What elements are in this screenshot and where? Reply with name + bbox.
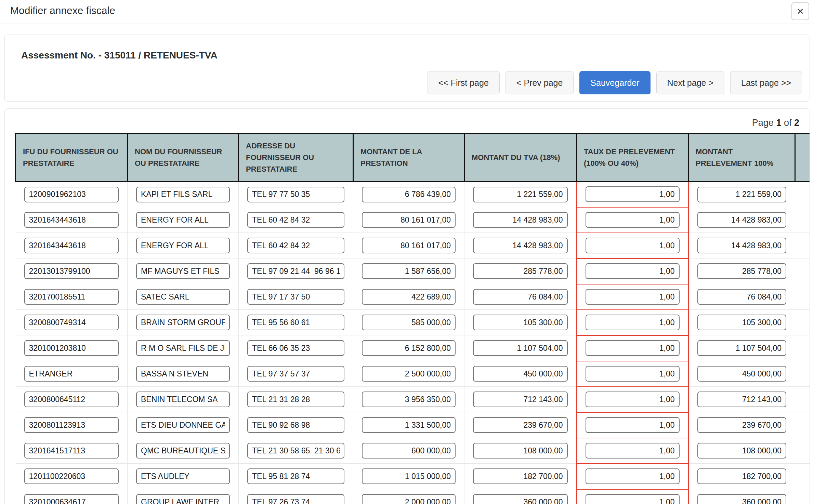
prestation-amount-input[interactable] [362, 468, 456, 484]
supplier-address-input[interactable] [247, 289, 344, 305]
prelevement-amount-input[interactable] [697, 417, 787, 433]
prev-page-button[interactable]: < Prev page [506, 71, 574, 94]
prelevement-amount-input[interactable] [697, 238, 787, 253]
prelevement-amount-input[interactable] [697, 443, 787, 459]
prestation-amount-input[interactable] [362, 494, 456, 504]
prelevement-amount-input[interactable] [697, 468, 787, 484]
prestation-amount-input[interactable] [362, 212, 456, 228]
first-page-button[interactable]: << First page [428, 71, 500, 94]
prelevement-amount-input[interactable] [697, 187, 787, 202]
prestation-amount-input[interactable] [362, 238, 456, 253]
taux-prelevement-input[interactable] [586, 443, 680, 459]
ifu-input[interactable] [24, 315, 119, 330]
ifu-input[interactable] [24, 392, 119, 407]
prestation-amount-input[interactable] [362, 263, 456, 279]
prelevement-amount-input[interactable] [697, 289, 787, 305]
tva-amount-input[interactable] [473, 315, 568, 330]
last-page-button[interactable]: Last page >> [730, 71, 802, 94]
ifu-input[interactable] [24, 289, 119, 305]
prelevement-amount-input[interactable] [697, 340, 787, 356]
tva-amount-input[interactable] [473, 494, 568, 504]
tva-amount-input[interactable] [473, 238, 568, 253]
supplier-name-input[interactable] [136, 289, 230, 305]
taux-prelevement-input[interactable] [586, 238, 680, 253]
prelevement-amount-input[interactable] [697, 315, 787, 330]
taux-prelevement-input[interactable] [586, 494, 680, 504]
taux-prelevement-input[interactable] [586, 392, 680, 407]
ifu-input[interactable] [24, 494, 119, 504]
tva-amount-input[interactable] [473, 468, 568, 484]
supplier-address-input[interactable] [247, 366, 344, 382]
supplier-address-input[interactable] [247, 315, 344, 330]
tva-amount-input[interactable] [473, 443, 568, 459]
supplier-address-input[interactable] [247, 187, 344, 202]
supplier-name-input[interactable] [136, 494, 230, 504]
ifu-input[interactable] [24, 340, 119, 356]
ifu-input[interactable] [24, 443, 119, 459]
prestation-amount-input[interactable] [362, 289, 456, 305]
supplier-address-input[interactable] [247, 212, 344, 228]
supplier-address-input[interactable] [247, 263, 344, 279]
taux-prelevement-input[interactable] [586, 417, 680, 433]
taux-prelevement-input[interactable] [586, 212, 680, 228]
ifu-input[interactable] [24, 417, 119, 433]
ifu-input[interactable] [24, 187, 119, 202]
supplier-address-input[interactable] [247, 417, 344, 433]
supplier-address-input[interactable] [247, 340, 344, 356]
supplier-address-input[interactable] [247, 392, 344, 407]
ifu-input[interactable] [24, 468, 119, 484]
header-row: IFU DU FOURNISSEUR OU PRESTATAIRENOM DU … [16, 134, 810, 182]
clipped-extra-cell [795, 310, 810, 335]
supplier-address-input[interactable] [247, 494, 344, 504]
ifu-input[interactable] [24, 212, 119, 228]
tva-amount-input[interactable] [473, 417, 568, 433]
prestation-amount-input[interactable] [362, 443, 456, 459]
supplier-name-input[interactable] [136, 212, 230, 228]
tva-amount-input[interactable] [473, 212, 568, 228]
tva-amount-input[interactable] [473, 340, 568, 356]
taux-prelevement-input[interactable] [586, 289, 680, 305]
supplier-name-input[interactable] [136, 315, 230, 330]
supplier-address-input[interactable] [247, 238, 344, 253]
ifu-input[interactable] [24, 238, 119, 253]
taux-prelevement-input[interactable] [586, 263, 680, 279]
prestation-amount-input[interactable] [362, 366, 456, 382]
supplier-name-input[interactable] [136, 263, 230, 279]
close-button[interactable]: × [791, 2, 809, 20]
taux-prelevement-input[interactable] [586, 315, 680, 330]
prestation-amount-input[interactable] [362, 187, 456, 202]
tva-amount-input[interactable] [473, 187, 568, 202]
next-page-button[interactable]: Next page > [656, 71, 725, 94]
table-row [16, 335, 810, 361]
save-button[interactable]: Sauvegarder [579, 71, 650, 94]
prelevement-amount-input[interactable] [697, 392, 787, 407]
taux-prelevement-input[interactable] [586, 340, 680, 356]
prelevement-amount-input[interactable] [697, 263, 787, 279]
supplier-name-input[interactable] [136, 417, 230, 433]
taux-prelevement-input[interactable] [586, 468, 680, 484]
prelevement-amount-input[interactable] [697, 212, 787, 228]
prelevement-amount-input[interactable] [697, 366, 787, 382]
taux-prelevement-input[interactable] [586, 366, 680, 382]
taux-prelevement-input[interactable] [586, 186, 680, 202]
prelevement-amount-input[interactable] [697, 494, 787, 504]
supplier-name-input[interactable] [136, 238, 230, 253]
ifu-input[interactable] [24, 366, 119, 382]
prestation-amount-input[interactable] [362, 315, 456, 330]
prestation-amount-input[interactable] [362, 340, 456, 356]
supplier-name-input[interactable] [136, 366, 230, 382]
supplier-name-input[interactable] [136, 187, 230, 202]
supplier-address-input[interactable] [247, 468, 344, 484]
prestation-amount-input[interactable] [362, 392, 456, 407]
prestation-amount-input[interactable] [362, 417, 456, 433]
tva-amount-input[interactable] [473, 263, 568, 279]
supplier-name-input[interactable] [136, 468, 230, 484]
tva-amount-input[interactable] [473, 392, 568, 407]
tva-amount-input[interactable] [473, 366, 568, 382]
tva-amount-input[interactable] [473, 289, 568, 305]
supplier-name-input[interactable] [136, 392, 230, 407]
ifu-input[interactable] [24, 263, 119, 279]
supplier-name-input[interactable] [136, 340, 230, 356]
supplier-name-input[interactable] [136, 443, 230, 459]
supplier-address-input[interactable] [247, 443, 344, 459]
